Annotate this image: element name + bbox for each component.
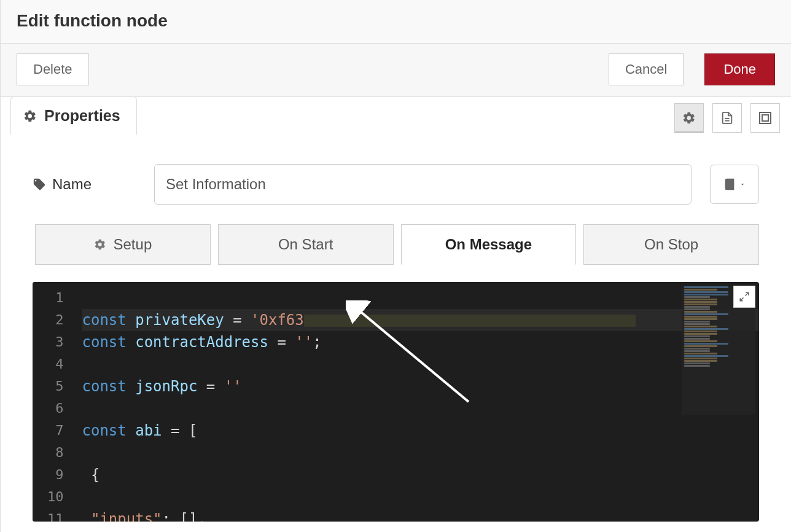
delete-button[interactable]: Delete [17, 53, 89, 85]
code-editor[interactable]: 1234567891011 const privateKey = '0xf63 … [33, 282, 759, 522]
caret-down-icon [739, 181, 746, 188]
code-tab-bar: Setup On Start On Message On Stop [33, 224, 759, 265]
tab-on-start[interactable]: On Start [218, 224, 394, 265]
main-tab-bar: Properties [1, 96, 791, 135]
tab-setup[interactable]: Setup [35, 224, 211, 265]
tab-properties[interactable]: Properties [10, 96, 137, 135]
done-button[interactable]: Done [704, 53, 775, 85]
expand-editor-button[interactable] [733, 286, 755, 308]
node-appearance-button[interactable] [750, 103, 780, 133]
action-button-row: Delete Cancel Done [1, 44, 791, 97]
library-button[interactable] [710, 165, 759, 204]
panel-title: Edit function node [17, 11, 775, 31]
gear-icon [23, 109, 37, 123]
svg-rect-2 [760, 112, 771, 123]
gear-icon [94, 238, 106, 251]
tab-properties-label: Properties [44, 107, 120, 125]
redacted-private-key [304, 315, 636, 327]
node-description-button[interactable] [712, 103, 742, 133]
tab-on-message[interactable]: On Message [401, 224, 577, 265]
tab-on-stop[interactable]: On Stop [583, 224, 759, 265]
svg-rect-3 [762, 115, 768, 121]
cancel-button[interactable]: Cancel [609, 53, 684, 85]
line-gutter: 1234567891011 [33, 282, 75, 522]
node-settings-button[interactable] [674, 103, 704, 133]
code-content[interactable]: const privateKey = '0xf63 const contract… [75, 282, 760, 522]
panel-header: Edit function node [1, 0, 791, 44]
name-input[interactable] [154, 164, 692, 205]
book-icon [723, 178, 736, 191]
name-field-row: Name [33, 164, 759, 205]
tag-icon [33, 178, 46, 191]
name-label: Name [33, 176, 143, 193]
